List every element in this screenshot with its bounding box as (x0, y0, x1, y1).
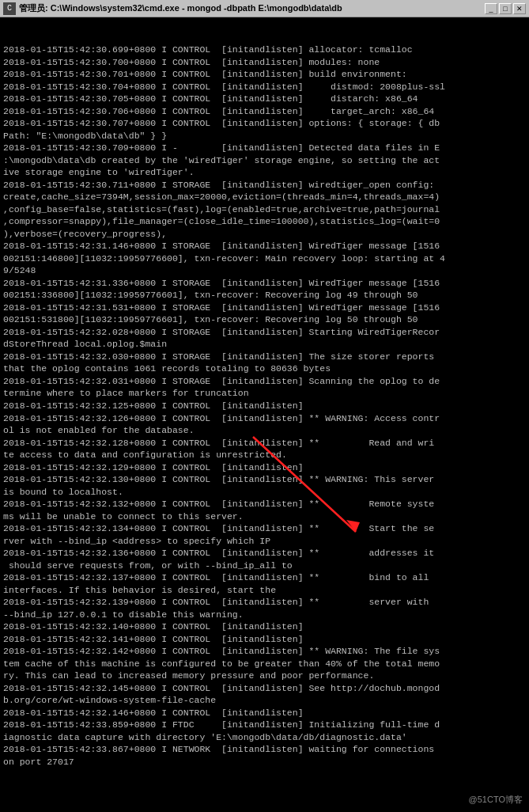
console-line: 2018-01-15T15:42:32.028+0800 I STORAGE [… (3, 326, 526, 339)
console-line: dStoreThread local.oplog.$main (3, 338, 526, 351)
console-line: 2018-01-15T15:42:32.140+0800 I CONTROL [… (3, 620, 526, 633)
console-line: rver with --bind_ip <address> to specify… (3, 535, 526, 548)
console-line: is bound to localhost. (3, 486, 526, 499)
console-line: te access to data and configuration is u… (3, 449, 526, 461)
console-line: should serve requests from, or with --bi… (3, 560, 526, 572)
console-output: 2018-01-15T15:42:30.699+0800 I CONTROL [… (0, 17, 529, 812)
console-line: :\mongodb\data\db created by the 'wiredT… (3, 154, 526, 167)
console-line: interfaces. If this behavior is desired,… (3, 584, 526, 597)
console-line: 2018-01-15T15:42:32.031+0800 I STORAGE [… (3, 375, 526, 388)
watermark: @51CTO博客 (469, 794, 523, 806)
console-line: 2018-01-15T15:42:30.700+0800 I CONTROL [… (3, 56, 526, 69)
console-line: ,config_base=false,statistics=(fast),log… (3, 203, 526, 216)
console-line: 2018-01-15T15:42:32.130+0800 I CONTROL [… (3, 473, 526, 486)
console-line: 2018-01-15T15:42:30.711+0800 I STORAGE [… (3, 179, 526, 192)
console-line: 2018-01-15T15:42:30.701+0800 I CONTROL [… (3, 68, 526, 81)
close-button[interactable]: ✕ (513, 3, 526, 14)
console-line: 2018-01-15T15:42:32.139+0800 I CONTROL [… (3, 596, 526, 609)
console-line: 2018-01-15T15:42:31.531+0800 I STORAGE [… (3, 302, 526, 314)
console-line: 2018-01-15T15:42:33.867+0800 I NETWORK [… (3, 743, 526, 756)
console-line: termine where to place markers for trunc… (3, 387, 526, 400)
console-line: 2018-01-15T15:42:32.141+0800 I CONTROL [… (3, 633, 526, 646)
console-line: 2018-01-15T15:42:32.136+0800 I CONTROL [… (3, 547, 526, 560)
console-line: 2018-01-15T15:42:30.699+0800 I CONTROL [… (3, 44, 526, 56)
console-line: 2018-01-15T15:42:32.128+0800 I CONTROL [… (3, 437, 526, 450)
title-bar-controls[interactable]: _ □ ✕ (485, 3, 526, 14)
console-line: 2018-01-15T15:42:32.132+0800 I CONTROL [… (3, 498, 526, 510)
console-line: 2018-01-15T15:42:32.145+0800 I CONTROL [… (3, 682, 526, 695)
console-line: on port 27017 (3, 756, 526, 768)
title-bar-text: 管理员: C:\Windows\system32\cmd.exe - mongo… (19, 2, 342, 14)
console-line: ),verbose=(recovery_progress), (3, 228, 526, 241)
cmd-icon-symbol: C (7, 4, 12, 13)
console-line: 2018-01-15T15:42:32.126+0800 I CONTROL [… (3, 412, 526, 425)
console-line: 2018-01-15T15:42:30.706+0800 I CONTROL [… (3, 105, 526, 118)
console-line: 9/5248 (3, 264, 526, 277)
console-line: 2018-01-15T15:42:31.336+0800 I STORAGE [… (3, 277, 526, 290)
console-line: ol is not enabled for the database. (3, 424, 526, 437)
console-line: 2018-01-15T15:42:32.137+0800 I CONTROL [… (3, 571, 526, 584)
title-bar: C 管理员: C:\Windows\system32\cmd.exe - mon… (0, 0, 529, 17)
console-line: 002151:531800][11032:19959776601], txn-r… (3, 313, 526, 326)
console-line: create,cache_size=7394M,session_max=2000… (3, 191, 526, 203)
title-bar-left: C 管理员: C:\Windows\system32\cmd.exe - mon… (3, 2, 342, 15)
console-line: Path: "E:\mongodb\data\db" } } (3, 130, 526, 142)
console-line: 002151:336800][11032:19959776601], txn-r… (3, 289, 526, 302)
console-line: 2018-01-15T15:42:30.704+0800 I CONTROL [… (3, 81, 526, 93)
console-line: iagnostic data capture with directory 'E… (3, 731, 526, 744)
console-line: 2018-01-15T15:42:32.030+0800 I STORAGE [… (3, 351, 526, 363)
cmd-icon: C (3, 2, 16, 15)
console-line: 2018-01-15T15:42:32.129+0800 I CONTROL [… (3, 461, 526, 474)
console-line: tem cache of this machine is configured … (3, 658, 526, 670)
console-line: 002151:146800][11032:19959776600], txn-r… (3, 252, 526, 265)
console-wrapper: 2018-01-15T15:42:30.699+0800 I CONTROL [… (0, 17, 529, 812)
console-line: ive storage engine to 'wiredTiger'. (3, 166, 526, 179)
console-line: that the oplog contains 1061 records tot… (3, 362, 526, 375)
minimize-button[interactable]: _ (485, 3, 497, 14)
console-line: 2018-01-15T15:42:32.125+0800 I CONTROL [… (3, 400, 526, 412)
console-line: ry. This can lead to increased memory pr… (3, 670, 526, 682)
console-line: --bind_ip 127.0.0.1 to disable this warn… (3, 609, 526, 621)
console-line: 2018-01-15T15:42:32.134+0800 I CONTROL [… (3, 522, 526, 535)
console-line: ms will be unable to connect to this ser… (3, 510, 526, 523)
console-line: 2018-01-15T15:42:32.146+0800 I CONTROL [… (3, 707, 526, 719)
console-line: 2018-01-15T15:42:30.705+0800 I CONTROL [… (3, 93, 526, 105)
console-line: 2018-01-15T15:42:32.142+0800 I CONTROL [… (3, 645, 526, 658)
console-line: 2018-01-15T15:42:30.707+0800 I CONTROL [… (3, 117, 526, 130)
console-line: 2018-01-15T15:42:33.859+0800 I FTDC [ini… (3, 719, 526, 731)
console-line: 2018-01-15T15:42:31.146+0800 I STORAGE [… (3, 240, 526, 252)
console-line: 2018-01-15T15:42:30.709+0800 I - [initan… (3, 142, 526, 154)
console-line: b.org/core/wt-windows-system-file-cache (3, 694, 526, 707)
restore-button[interactable]: □ (499, 3, 512, 14)
console-line: ,compressor=snappy),file_manager=(close_… (3, 215, 526, 228)
